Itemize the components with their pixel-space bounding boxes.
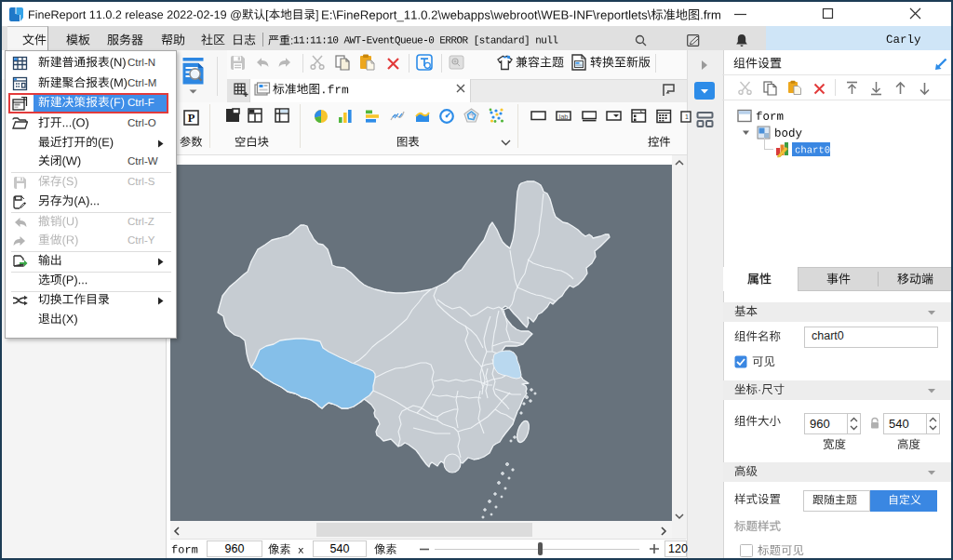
svg-text:P: P (188, 112, 195, 125)
svg-text:lab: lab (558, 113, 568, 121)
svg-text:1: 1 (685, 113, 689, 120)
